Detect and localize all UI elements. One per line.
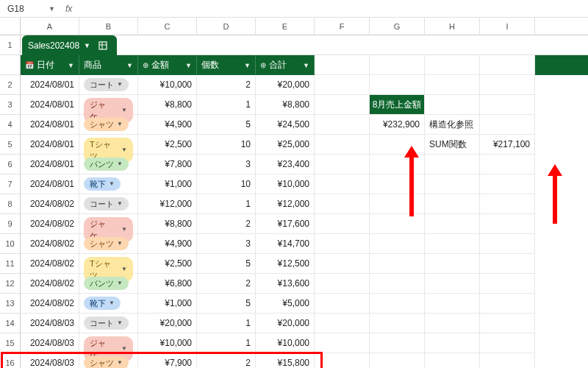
cell-qty[interactable]: 2	[197, 353, 256, 368]
chevron-down-icon[interactable]: ▼	[244, 62, 251, 69]
row-header[interactable]: 7	[0, 174, 21, 194]
cell[interactable]	[370, 254, 425, 274]
cell-qty[interactable]: 5	[197, 115, 256, 135]
table-row[interactable]: 32024/08/01ジャケ...▼¥8,8001¥8,8008月売上金額	[0, 95, 588, 115]
cell[interactable]	[425, 333, 480, 353]
product-pill[interactable]: コート▼	[84, 78, 129, 91]
cell-product[interactable]: シャツ▼	[79, 234, 138, 254]
cell-total[interactable]: ¥8,800	[256, 95, 315, 115]
cell[interactable]	[480, 353, 535, 368]
cell-date[interactable]: 2024/08/01	[21, 155, 79, 174]
cell[interactable]	[480, 174, 535, 194]
cell-amount[interactable]: ¥12,000	[138, 194, 197, 214]
cell-product[interactable]: ジャケ...▼	[79, 333, 138, 353]
cell-amount[interactable]: ¥2,500	[138, 135, 197, 155]
col-header[interactable]: H	[425, 18, 480, 35]
chevron-down-icon[interactable]: ▼	[117, 357, 123, 368]
row-header[interactable]: 3	[0, 95, 21, 115]
cell-amount[interactable]: ¥8,800	[138, 95, 197, 115]
row-header[interactable]: 2	[0, 75, 21, 95]
cell-total[interactable]: ¥20,000	[256, 75, 315, 95]
col-header[interactable]: B	[79, 18, 138, 35]
cell[interactable]	[480, 95, 535, 115]
cell-total[interactable]: ¥5,000	[256, 294, 315, 314]
product-pill[interactable]: シャツ▼	[84, 118, 129, 131]
table-expand-icon[interactable]	[95, 38, 111, 53]
cell-qty[interactable]: 1	[197, 333, 256, 353]
cell-qty[interactable]: 10	[197, 135, 256, 155]
cell[interactable]	[480, 75, 535, 95]
cell-total[interactable]: ¥13,600	[256, 274, 315, 294]
cell[interactable]	[425, 155, 480, 174]
cell-date[interactable]: 2024/08/01	[21, 115, 79, 135]
cell[interactable]	[425, 234, 480, 254]
cell-product[interactable]: ジャケ...▼	[79, 95, 138, 115]
cell-date[interactable]: 2024/08/02	[21, 194, 79, 214]
cell-amount[interactable]: ¥4,900	[138, 234, 197, 254]
cell-product[interactable]: パンツ▼	[79, 155, 138, 174]
row-header[interactable]: 16	[0, 353, 21, 368]
cell-product[interactable]: Tシャツ▼	[79, 254, 138, 274]
chevron-down-icon[interactable]: ▼	[117, 198, 123, 210]
table-row[interactable]: 62024/08/01パンツ▼¥7,8003¥23,400	[0, 155, 588, 174]
cell[interactable]	[425, 314, 480, 333]
table-row[interactable]: 102024/08/02シャツ▼¥4,9003¥14,700	[0, 234, 588, 254]
product-pill[interactable]: シャツ▼	[84, 237, 129, 250]
cell[interactable]	[370, 214, 425, 234]
table-row[interactable]: 122024/08/02パンツ▼¥6,8002¥13,600	[0, 274, 588, 294]
cell-total[interactable]: ¥23,400	[256, 155, 315, 174]
product-pill[interactable]: 靴下▼	[84, 297, 121, 310]
cell-qty[interactable]: 2	[197, 274, 256, 294]
chevron-down-icon[interactable]: ▼	[117, 317, 123, 329]
cell-amount[interactable]: ¥4,900	[138, 115, 197, 135]
cell-amount[interactable]: ¥2,500	[138, 254, 197, 274]
cell[interactable]	[315, 95, 370, 115]
cell-date[interactable]: 2024/08/02	[21, 294, 79, 314]
cell[interactable]	[425, 353, 480, 368]
cell-product[interactable]: コート▼	[79, 194, 138, 214]
table-row[interactable]: 142024/08/03コート▼¥20,0001¥20,000	[0, 314, 588, 333]
cell[interactable]	[370, 314, 425, 333]
cell-product[interactable]: Tシャツ▼	[79, 135, 138, 155]
cell[interactable]	[315, 353, 370, 368]
cell-product[interactable]: シャツ▼	[79, 115, 138, 135]
product-pill[interactable]: 靴下▼	[84, 177, 121, 191]
row-header[interactable]: 10	[0, 234, 21, 254]
table-row[interactable]: 112024/08/02Tシャツ▼¥2,5005¥12,500	[0, 254, 588, 274]
cell[interactable]	[425, 194, 480, 214]
row-header[interactable]: 11	[0, 254, 21, 274]
cell[interactable]	[315, 174, 370, 194]
row-header[interactable]: 6	[0, 155, 21, 174]
table-row[interactable]: 52024/08/01Tシャツ▼¥2,50010¥25,000SUM関数¥217…	[0, 135, 588, 155]
table-header-date[interactable]: 📅日付 ▼	[21, 55, 79, 75]
cell[interactable]	[315, 314, 370, 333]
cell[interactable]	[370, 353, 425, 368]
cell-total[interactable]: ¥10,000	[256, 174, 315, 194]
chevron-down-icon[interactable]: ▼	[117, 79, 123, 91]
cell-product[interactable]: コート▼	[79, 314, 138, 333]
spreadsheet-grid[interactable]: 1 Sales202408 ▼ 📅日付 ▼ 商品 ▼ ⊕金額 ▼ 個数 ▼	[0, 35, 588, 368]
table-row[interactable]: 162024/08/03シャツ▼¥7,9002¥15,800	[0, 353, 588, 368]
row-header[interactable]: 12	[0, 274, 21, 294]
cell-product[interactable]: コート▼	[79, 75, 138, 95]
cell[interactable]	[315, 135, 370, 155]
cell[interactable]	[480, 155, 535, 174]
cell[interactable]	[480, 234, 535, 254]
cell[interactable]	[370, 333, 425, 353]
cell-qty[interactable]: 3	[197, 234, 256, 254]
cell[interactable]	[315, 254, 370, 274]
cell-qty[interactable]: 2	[197, 214, 256, 234]
cell[interactable]	[315, 333, 370, 353]
cell-date[interactable]: 2024/08/02	[21, 254, 79, 274]
chevron-down-icon[interactable]: ▼	[117, 238, 123, 250]
row-header[interactable]: 13	[0, 294, 21, 314]
col-header[interactable]: F	[315, 18, 370, 35]
table-header-product[interactable]: 商品 ▼	[79, 55, 138, 75]
product-pill[interactable]: パンツ▼	[84, 158, 129, 171]
product-pill[interactable]: パンツ▼	[84, 277, 129, 290]
cell-qty[interactable]: 1	[197, 314, 256, 333]
chevron-down-icon[interactable]: ▼	[84, 42, 90, 49]
sum-fn-value[interactable]: ¥217,100	[480, 135, 535, 155]
cell-qty[interactable]: 1	[197, 95, 256, 115]
cell-amount[interactable]: ¥10,000	[138, 75, 197, 95]
